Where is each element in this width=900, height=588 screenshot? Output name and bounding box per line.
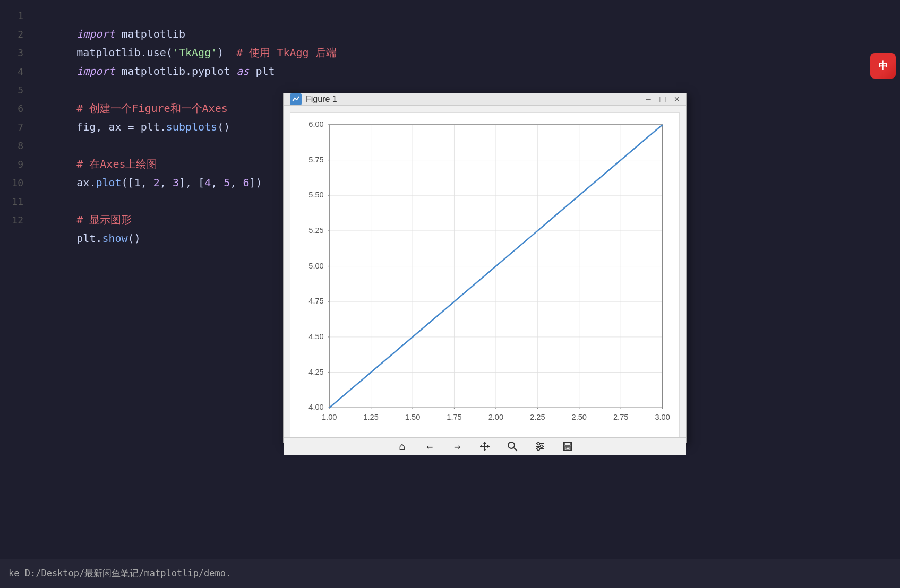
figure-title: Figure 1 <box>306 94 337 104</box>
status-bar: ke D:/Desktop/最新闲鱼笔记/matplotlip/demo. <box>0 559 900 588</box>
line-num-5: 5 <box>8 81 23 99</box>
line-num-10: 10 <box>8 174 23 192</box>
svg-text:4.25: 4.25 <box>308 368 323 376</box>
maximize-button[interactable]: □ <box>660 94 666 104</box>
back-button[interactable]: ← <box>421 438 438 455</box>
figure-plot-area: 6.00 5.75 5.50 5.25 5.00 4.75 4.50 4.25 … <box>290 112 680 437</box>
sogou-label: 中 <box>878 59 888 72</box>
figure-toolbar: ⌂ ← → <box>284 437 686 455</box>
line-num-1: 1 <box>8 6 23 25</box>
pan-button[interactable] <box>476 438 493 455</box>
line-num-4: 4 <box>8 62 23 81</box>
close-button[interactable]: × <box>674 94 680 104</box>
config-button[interactable] <box>532 438 548 455</box>
svg-text:4.50: 4.50 <box>308 332 323 341</box>
svg-text:5.75: 5.75 <box>308 155 323 164</box>
keyword-import-1: import <box>76 28 115 40</box>
figure-titlebar: Figure 1 − □ × <box>284 93 686 106</box>
svg-text:1.00: 1.00 <box>322 413 337 421</box>
svg-point-70 <box>537 447 540 450</box>
figure-window[interactable]: Figure 1 − □ × <box>283 93 687 443</box>
svg-text:4.00: 4.00 <box>308 403 323 411</box>
svg-text:3.00: 3.00 <box>655 413 670 421</box>
svg-text:1.50: 1.50 <box>405 413 420 421</box>
sogou-ime-icon[interactable]: 中 <box>870 53 896 79</box>
svg-point-69 <box>541 445 543 447</box>
minimize-button[interactable]: − <box>646 94 652 104</box>
forward-button[interactable]: → <box>449 438 466 455</box>
svg-text:5.00: 5.00 <box>308 262 323 270</box>
home-button[interactable]: ⌂ <box>393 438 410 455</box>
svg-marker-61 <box>480 445 482 448</box>
svg-text:2.75: 2.75 <box>613 413 628 421</box>
line-num-12: 12 <box>8 211 23 229</box>
svg-text:2.50: 2.50 <box>572 413 587 421</box>
line-num-6: 6 <box>8 99 23 118</box>
figure-window-icon <box>290 93 302 105</box>
svg-text:2.25: 2.25 <box>530 413 545 421</box>
zoom-button[interactable] <box>504 438 521 455</box>
window-controls[interactable]: − □ × <box>646 94 680 104</box>
svg-text:1.25: 1.25 <box>363 413 378 421</box>
line-num-9: 9 <box>8 155 23 174</box>
svg-text:4.75: 4.75 <box>308 297 323 305</box>
line-num-11: 11 <box>8 192 23 211</box>
svg-marker-62 <box>487 445 490 448</box>
svg-line-64 <box>514 448 517 451</box>
svg-rect-74 <box>566 447 569 449</box>
line-num-2: 2 <box>8 25 23 44</box>
line-numbers: 1 2 3 4 5 6 7 8 9 10 11 12 <box>0 0 32 371</box>
svg-text:5.25: 5.25 <box>308 226 323 235</box>
svg-marker-60 <box>483 449 486 451</box>
line-num-7: 7 <box>8 118 23 136</box>
line-num-8: 8 <box>8 136 23 155</box>
code-line-1: import matplotlib <box>38 6 900 25</box>
svg-text:5.50: 5.50 <box>308 191 323 199</box>
svg-text:1.75: 1.75 <box>447 413 461 421</box>
chart-svg: 6.00 5.75 5.50 5.25 5.00 4.75 4.50 4.25 … <box>290 113 679 437</box>
status-text: ke D:/Desktop/最新闲鱼笔记/matplotlip/demo. <box>8 567 231 580</box>
keyword-import-3: import <box>76 65 115 77</box>
svg-point-63 <box>508 442 515 448</box>
line-num-3: 3 <box>8 44 23 62</box>
svg-marker-59 <box>483 442 486 444</box>
svg-point-68 <box>537 442 540 445</box>
svg-text:6.00: 6.00 <box>308 120 323 128</box>
svg-text:2.00: 2.00 <box>488 413 503 421</box>
save-button[interactable] <box>559 438 576 455</box>
